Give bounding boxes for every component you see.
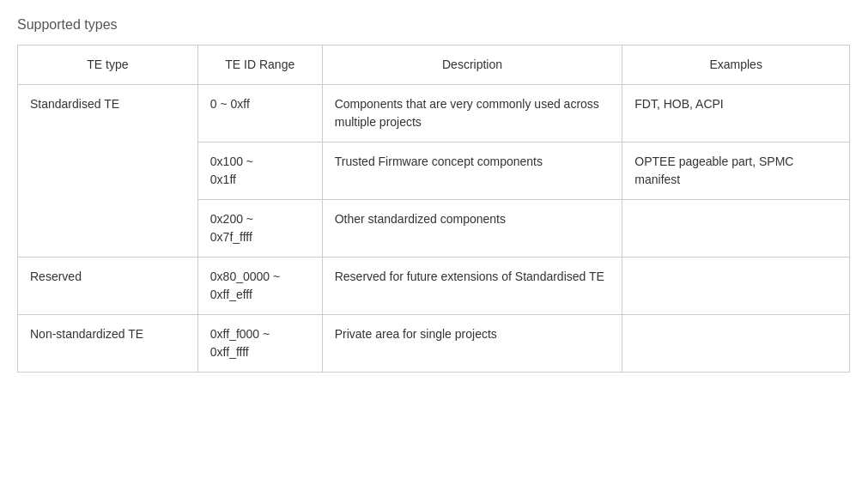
table-header-row: TE type TE ID Range Description Examples [18, 45, 850, 85]
cell-description: Trusted Firmware concept components [322, 142, 622, 200]
table-row: Non-standardized TE0xff_f000 ~ 0xff_ffff… [18, 315, 850, 373]
cell-te-type: Reserved [18, 258, 198, 315]
cell-description: Reserved for future extensions of Standa… [322, 258, 622, 315]
header-description: Description [322, 45, 622, 85]
cell-te-id-range: 0x80_0000 ~ 0xff_efff [197, 258, 322, 315]
cell-examples [622, 258, 850, 315]
cell-te-id-range: 0xff_f000 ~ 0xff_ffff [197, 315, 322, 373]
cell-examples [622, 315, 850, 373]
header-te-id-range: TE ID Range [197, 45, 322, 85]
cell-te-id-range: 0x100 ~ 0x1ff [197, 142, 322, 200]
cell-description: Components that are very commonly used a… [322, 85, 622, 142]
cell-te-id-range: 0 ~ 0xff [197, 85, 322, 142]
page-title: Supported types [17, 17, 851, 33]
cell-examples: FDT, HOB, ACPI [622, 85, 850, 142]
header-te-type: TE type [18, 45, 198, 85]
cell-examples [622, 200, 850, 258]
table-row: Standardised TE0 ~ 0xffComponents that a… [18, 85, 850, 142]
cell-te-type: Non-standardized TE [18, 315, 198, 373]
cell-te-type: Standardised TE [18, 85, 198, 258]
supported-types-table: TE type TE ID Range Description Examples… [17, 45, 850, 373]
header-examples: Examples [622, 45, 850, 85]
cell-te-id-range: 0x200 ~ 0x7f_ffff [197, 200, 322, 258]
table-row: Reserved0x80_0000 ~ 0xff_efffReserved fo… [18, 258, 850, 315]
cell-description: Other standardized components [322, 200, 622, 258]
cell-examples: OPTEE pageable part, SPMC manifest [622, 142, 850, 200]
cell-description: Private area for single projects [322, 315, 622, 373]
